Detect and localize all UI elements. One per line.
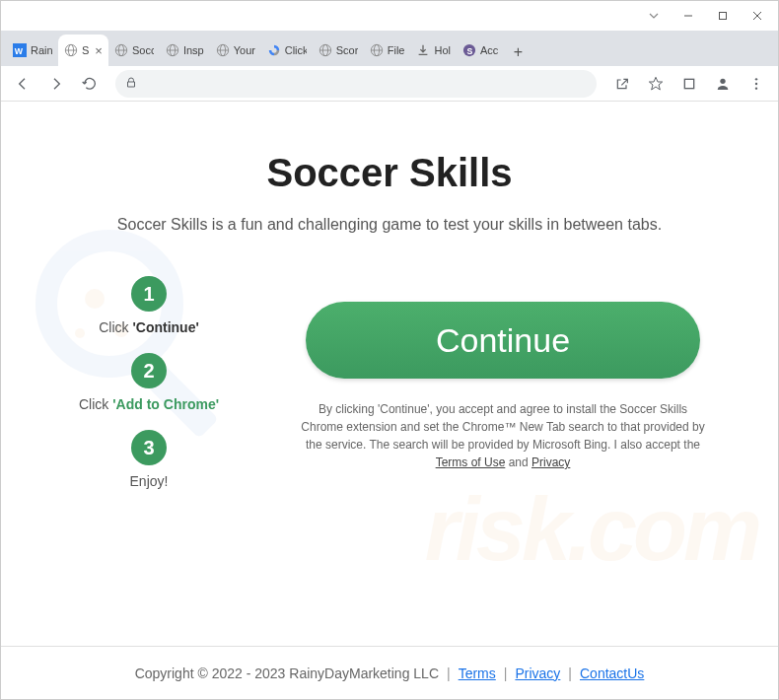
reload-button[interactable] [76,70,104,98]
tab-favicon-icon [64,43,78,57]
disclaimer-text: By clicking 'Continue', you accept and a… [296,400,710,471]
step-number-1: 1 [131,276,167,312]
tab-favicon-icon: S [462,43,476,57]
tab-favicon-icon [216,43,230,57]
tab-label: Click [285,44,307,56]
svg-text:W: W [15,46,24,56]
address-bar[interactable] [115,70,597,98]
tab-6[interactable]: Scor [313,35,364,66]
profile-icon[interactable] [709,70,737,98]
tab-label: Insp [183,44,204,56]
copyright-text: Copyright © 2022 - 2023 RainyDayMarketin… [135,665,439,681]
footer-terms-link[interactable]: Terms [459,665,496,681]
browser-window: WRainS×SoccInspYourClickScorFileHolSAcc+ [0,0,779,700]
step-text-1: Click 'Continue' [99,319,199,335]
tab-label: Socc [132,44,154,56]
new-tab-button[interactable]: + [504,38,531,66]
page-content: risk.com Soccer Skills Soccer Skills is … [1,102,778,699]
tab-favicon-icon [319,43,332,57]
tab-9[interactable]: SAcc [457,35,504,66]
tab-7[interactable]: File [364,35,411,66]
steps-list: 1Click 'Continue'2Click 'Add to Chrome'3… [50,276,248,499]
menu-icon[interactable] [743,70,770,98]
window-minimize[interactable] [672,3,704,29]
step-number-2: 2 [131,353,167,388]
tab-1[interactable]: S× [58,35,108,66]
extensions-icon[interactable] [675,70,703,98]
share-icon[interactable] [608,70,636,98]
forward-button[interactable] [42,70,70,98]
tab-label: Your [234,44,255,56]
tab-favicon-icon: W [13,43,27,57]
footer-privacy-link[interactable]: Privacy [515,665,560,681]
footer: Copyright © 2022 - 2023 RainyDayMarketin… [1,646,778,699]
window-controls [1,1,778,31]
tab-0[interactable]: WRain [7,35,58,66]
svg-point-27 [755,82,757,84]
page-subtitle: Soccer Skills is a fun and challenging g… [94,213,685,237]
svg-point-28 [755,87,757,89]
svg-rect-24 [684,79,693,88]
svg-point-25 [720,78,725,83]
footer-contact-link[interactable]: ContactUs [580,665,644,681]
tab-label: Rain [31,44,52,56]
page-title: Soccer Skills [40,151,739,195]
tab-favicon-icon [267,43,281,57]
tab-strip: WRainS×SoccInspYourClickScorFileHolSAcc+ [1,31,778,66]
close-icon[interactable]: × [95,43,103,58]
tab-label: S [82,44,89,56]
bookmark-icon[interactable] [642,70,670,98]
terms-link[interactable]: Terms of Use [436,455,506,469]
tab-label: Hol [434,44,451,56]
tab-favicon-icon [370,43,384,57]
tab-favicon-icon [166,43,179,57]
tab-4[interactable]: Your [210,35,261,66]
tab-label: Scor [336,44,358,56]
tab-3[interactable]: Insp [160,35,210,66]
window-close[interactable] [742,3,774,29]
tab-label: File [388,44,405,56]
back-button[interactable] [9,70,36,98]
window-dropdown[interactable] [637,3,670,29]
svg-point-26 [755,78,757,80]
tab-favicon-icon [114,43,128,57]
tab-2[interactable]: Socc [108,35,160,66]
tab-5[interactable]: Click [261,35,313,66]
window-maximize[interactable] [707,3,740,29]
svg-rect-1 [720,13,727,20]
toolbar [1,66,778,102]
tab-favicon-icon [416,43,430,57]
privacy-link[interactable]: Privacy [531,455,570,469]
lock-icon [125,75,137,93]
step-text-2: Click 'Add to Chrome' [79,396,219,412]
continue-button[interactable]: Continue [306,302,700,379]
svg-text:S: S [466,46,472,56]
step-text-3: Enjoy! [130,473,169,489]
tab-label: Acc [480,44,498,56]
step-number-3: 3 [131,430,167,465]
tab-8[interactable]: Hol [410,35,457,66]
